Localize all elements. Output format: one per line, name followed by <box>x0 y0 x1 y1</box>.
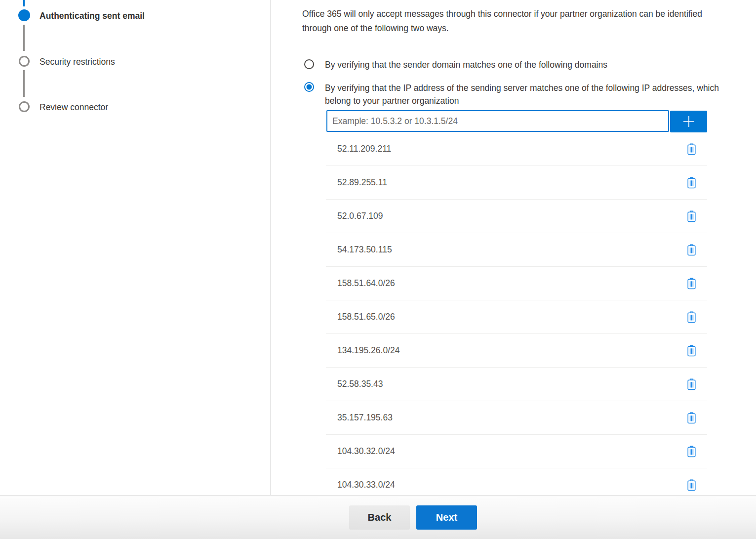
ip-address-row: 52.0.67.109 <box>326 200 707 233</box>
ip-address-row: 158.51.65.0/26 <box>326 300 707 334</box>
trash-icon <box>687 311 696 323</box>
option-sender-domain[interactable]: By verifying that the sender domain matc… <box>304 59 710 71</box>
step-indicator-authenticating-sent-email[interactable] <box>18 9 30 21</box>
trash-icon <box>687 143 696 155</box>
ip-address-row: 104.30.33.0/24 <box>326 468 707 495</box>
plus-icon <box>681 114 696 129</box>
step-indicator-security-restrictions[interactable] <box>19 56 30 67</box>
ip-address-value: 54.173.50.115 <box>337 245 682 255</box>
delete-ip-button[interactable] <box>682 308 700 326</box>
trash-icon <box>687 345 696 357</box>
trash-icon <box>687 412 696 424</box>
delete-ip-button[interactable] <box>682 174 700 192</box>
ip-address-value: 52.11.209.211 <box>337 144 682 154</box>
intro-text: Office 365 will only accept messages thr… <box>302 7 732 36</box>
ip-address-value: 104.30.32.0/24 <box>337 446 682 456</box>
trash-icon <box>687 446 696 457</box>
ip-address-value: 158.51.64.0/26 <box>337 278 682 289</box>
step-indicator-review-connector[interactable] <box>19 101 30 112</box>
ip-address-row: 104.30.32.0/24 <box>326 435 707 468</box>
trash-icon <box>687 210 696 222</box>
ip-address-row: 35.157.195.63 <box>326 401 707 435</box>
ip-address-value: 134.195.26.0/24 <box>337 345 682 356</box>
next-button[interactable]: Next <box>416 505 477 530</box>
ip-address-row: 134.195.26.0/24 <box>326 334 707 368</box>
delete-ip-button[interactable] <box>682 476 700 494</box>
ip-address-list: 52.11.209.211 52.89.255.11 <box>326 132 707 495</box>
trash-icon <box>687 378 696 390</box>
ip-address-row: 158.51.64.0/26 <box>326 267 707 300</box>
step-label-security-restrictions[interactable]: Security restrictions <box>40 57 115 67</box>
ip-address-row: 54.173.50.115 <box>326 233 707 267</box>
ip-address-value: 158.51.65.0/26 <box>337 312 682 322</box>
delete-ip-button[interactable] <box>682 443 700 460</box>
ip-address-row: 52.89.255.11 <box>326 166 707 200</box>
wizard-stepper-pane: Authenticating sent email Security restr… <box>0 0 271 495</box>
trash-icon <box>687 244 696 256</box>
delete-ip-button[interactable] <box>682 275 700 292</box>
ip-entry-row <box>326 110 707 132</box>
connector-wizard-page: Authenticating sent email Security restr… <box>0 0 756 539</box>
ip-address-value: 52.58.35.43 <box>337 379 682 389</box>
trash-icon <box>687 479 696 491</box>
option-ip-address-label: By verifying that the IP address of the … <box>325 82 725 107</box>
ip-address-value: 104.30.33.0/24 <box>337 480 682 490</box>
delete-ip-button[interactable] <box>682 140 700 158</box>
wizard-footer: Back Next <box>0 495 756 539</box>
trash-icon <box>687 177 696 189</box>
step-connector-top <box>23 0 25 6</box>
ip-address-value: 52.89.255.11 <box>337 177 682 188</box>
delete-ip-button[interactable] <box>682 241 700 259</box>
step-connector <box>23 70 25 97</box>
add-ip-button[interactable] <box>670 111 707 132</box>
step-label-review-connector[interactable]: Review connector <box>40 102 108 113</box>
trash-icon <box>687 278 696 290</box>
back-button[interactable]: Back <box>349 505 410 530</box>
option-ip-address[interactable]: By verifying that the IP address of the … <box>304 82 725 107</box>
ip-address-row: 52.11.209.211 <box>326 132 707 166</box>
radio-selected-icon[interactable] <box>304 82 314 92</box>
ip-address-input[interactable] <box>326 110 669 132</box>
ip-address-value: 52.0.67.109 <box>337 211 682 221</box>
authenticating-sent-email-panel: Office 365 will only accept messages thr… <box>302 0 756 495</box>
option-sender-domain-label: By verifying that the sender domain matc… <box>325 59 710 71</box>
delete-ip-button[interactable] <box>682 207 700 225</box>
radio-unselected-icon[interactable] <box>304 59 314 69</box>
ip-address-row: 52.58.35.43 <box>326 368 707 401</box>
step-label-authenticating-sent-email[interactable]: Authenticating sent email <box>40 11 145 21</box>
step-connector <box>23 25 25 51</box>
delete-ip-button[interactable] <box>682 342 700 360</box>
ip-address-value: 35.157.195.63 <box>337 413 682 423</box>
delete-ip-button[interactable] <box>682 375 700 393</box>
delete-ip-button[interactable] <box>682 409 700 427</box>
